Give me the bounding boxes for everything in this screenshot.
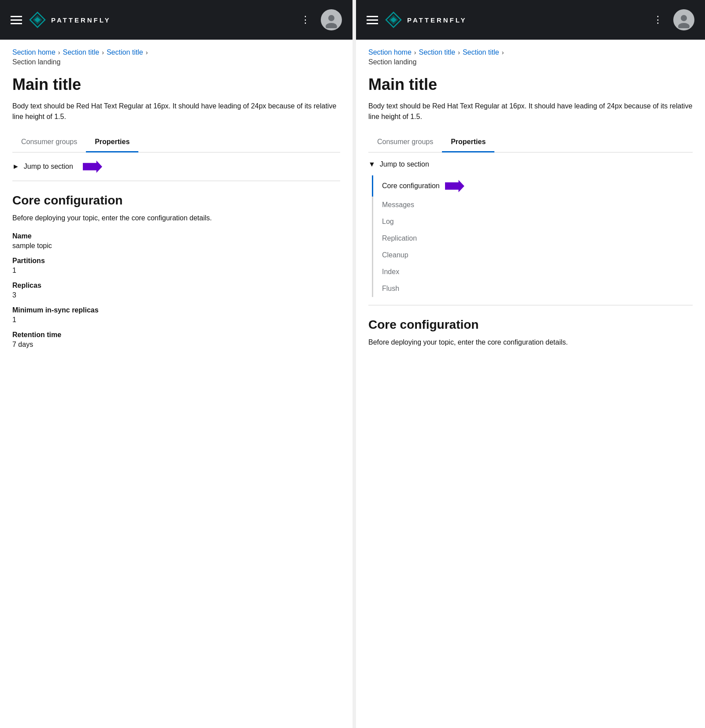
logo-area-right: PATTERNFLY (385, 11, 642, 28)
breadcrumb-left: Section home › Section title › Section t… (12, 48, 340, 56)
field-value-replicas-left: 3 (12, 291, 340, 299)
field-value-name-left: sample topic (12, 242, 340, 250)
svg-point-3 (328, 15, 334, 21)
main-title-left: Main title (12, 75, 340, 94)
avatar-right[interactable] (673, 9, 694, 30)
core-config-section-right: Core configuration Before deploying your… (368, 305, 693, 348)
breadcrumb-sep-2-left: › (102, 49, 104, 56)
jump-to-section-collapsed-left[interactable]: ► Jump to section (12, 152, 340, 181)
body-text-left: Body text should be Red Hat Text Regular… (12, 101, 340, 122)
tab-properties-right[interactable]: Properties (442, 133, 494, 152)
core-config-title-right: Core configuration (368, 318, 693, 332)
jump-nav-cleanup-right[interactable]: Cleanup (373, 247, 693, 264)
core-config-body-right: Before deploying your topic, enter the c… (368, 337, 693, 348)
right-panel: PATTERNFLY ⋮ Section home › Section titl… (352, 0, 705, 728)
breadcrumb-area-left: Section home › Section title › Section t… (0, 40, 352, 70)
core-config-section-left: Core configuration Before deploying your… (12, 181, 340, 349)
jump-section-header-right[interactable]: ▼ Jump to section (368, 160, 693, 168)
main-title-right: Main title (368, 75, 693, 94)
field-label-retention-left: Retention time (12, 331, 340, 339)
svg-point-8 (681, 15, 687, 21)
annotation-arrow-left (83, 160, 102, 173)
patternfly-logo-right (385, 11, 402, 28)
breadcrumb-sep-1-left: › (58, 49, 60, 56)
jump-nav-messages-right[interactable]: Messages (373, 197, 693, 213)
left-panel: PATTERNFLY ⋮ Section home › Section titl… (0, 0, 352, 728)
navbar-left: PATTERNFLY ⋮ (0, 0, 352, 40)
jump-nav-replication-right[interactable]: Replication (373, 230, 693, 247)
core-config-title-left: Core configuration (12, 193, 340, 208)
tab-consumer-groups-right[interactable]: Consumer groups (368, 133, 442, 152)
annotation-arrow-right (445, 180, 464, 192)
hamburger-menu-right[interactable] (367, 16, 378, 24)
breadcrumb-link-title2-right[interactable]: Section title (463, 48, 499, 56)
jump-nav-log-right[interactable]: Log (373, 213, 693, 230)
breadcrumb-link-home-right[interactable]: Section home (368, 48, 412, 56)
kebab-menu-right[interactable]: ⋮ (649, 11, 666, 29)
breadcrumb-sep-1-right: › (414, 49, 416, 56)
tab-properties-left[interactable]: Properties (86, 133, 138, 152)
field-value-retention-left: 7 days (12, 341, 340, 349)
breadcrumb-link-title1-right[interactable]: Section title (419, 48, 456, 56)
breadcrumb-right: Section home › Section title › Section t… (368, 48, 693, 56)
jump-to-section-expanded-right: ▼ Jump to section Core configuration Mes… (368, 152, 693, 305)
breadcrumb-current-right: Section landing (368, 58, 693, 66)
field-label-min-sync-left: Minimum in-sync replicas (12, 306, 340, 314)
chevron-right-icon-left: ► (12, 163, 19, 171)
brand-name-right: PATTERNFLY (407, 16, 467, 24)
field-value-partitions-left: 1 (12, 267, 340, 275)
hamburger-menu-left[interactable] (11, 16, 22, 24)
breadcrumb-link-home-left[interactable]: Section home (12, 48, 56, 56)
chevron-down-icon-right: ▼ (368, 160, 375, 168)
body-text-right: Body text should be Red Hat Text Regular… (368, 101, 693, 122)
field-label-replicas-left: Replicas (12, 282, 340, 290)
tab-consumer-groups-left[interactable]: Consumer groups (12, 133, 86, 152)
field-label-name-left: Name (12, 232, 340, 240)
breadcrumb-sep-3-left: › (146, 49, 148, 56)
jump-nav-core-config-right[interactable]: Core configuration (373, 175, 693, 197)
core-config-body-left: Before deploying your topic, enter the c… (12, 213, 340, 223)
breadcrumb-sep-3-right: › (502, 49, 504, 56)
kebab-menu-left[interactable]: ⋮ (297, 11, 314, 29)
breadcrumb-area-right: Section home › Section title › Section t… (356, 40, 705, 70)
navbar-right: PATTERNFLY ⋮ (356, 0, 705, 40)
jump-nav-index-right[interactable]: Index (373, 264, 693, 280)
svg-point-4 (326, 23, 337, 28)
breadcrumb-current-left: Section landing (12, 58, 340, 66)
field-value-min-sync-left: 1 (12, 316, 340, 324)
jump-section-label-right: Jump to section (380, 160, 429, 168)
logo-area-left: PATTERNFLY (29, 11, 290, 28)
tabs-left: Consumer groups Properties (12, 133, 340, 152)
breadcrumb-sep-2-right: › (458, 49, 460, 56)
jump-section-label-left: Jump to section (24, 163, 73, 171)
jump-nav-flush-right[interactable]: Flush (373, 280, 693, 297)
field-label-partitions-left: Partitions (12, 257, 340, 265)
tabs-right: Consumer groups Properties (368, 133, 693, 152)
avatar-left[interactable] (321, 9, 342, 30)
jump-section-nav-right: Core configuration Messages Log Replicat… (372, 175, 693, 297)
main-content-left: Main title Body text should be Red Hat T… (0, 70, 352, 728)
patternfly-logo-left (29, 11, 46, 28)
breadcrumb-link-title1-left[interactable]: Section title (63, 48, 100, 56)
brand-name-left: PATTERNFLY (51, 16, 111, 24)
main-content-right: Main title Body text should be Red Hat T… (356, 70, 705, 728)
svg-point-9 (678, 23, 690, 28)
breadcrumb-link-title2-left[interactable]: Section title (107, 48, 143, 56)
